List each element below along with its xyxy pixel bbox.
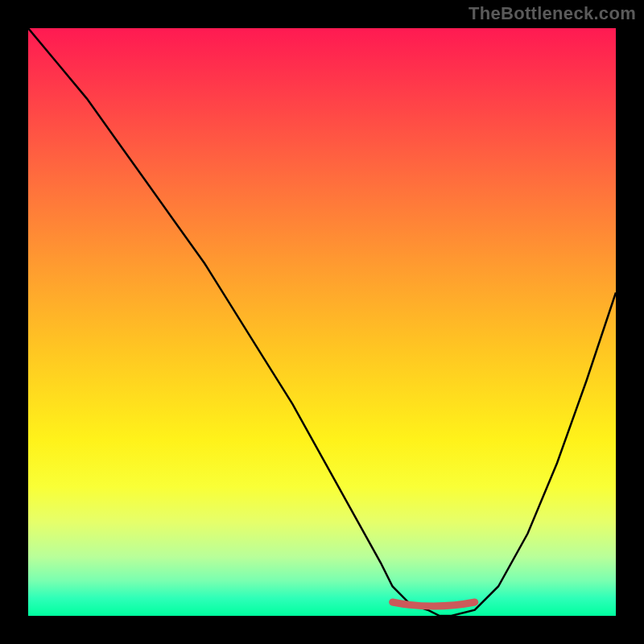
watermark-text: TheBottleneck.com xyxy=(469,3,636,24)
optimal-range-marker xyxy=(28,28,616,616)
plot-area xyxy=(28,28,616,616)
chart-frame: TheBottleneck.com xyxy=(0,0,644,644)
